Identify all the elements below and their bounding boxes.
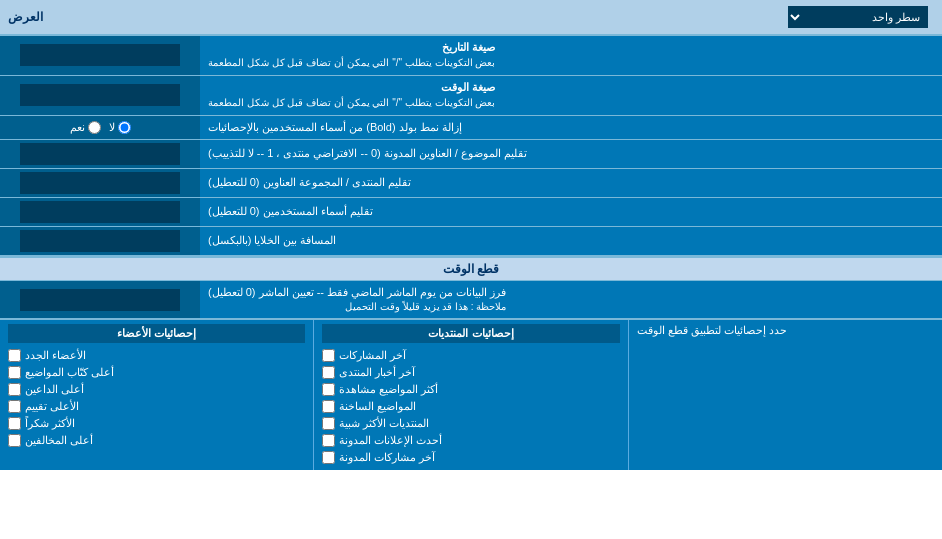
cb-top-rated: الأعلى تقييم [8, 398, 305, 415]
cb-top-posters-input[interactable] [8, 366, 21, 379]
cb-last-posts: آخر المشاركات [322, 347, 619, 364]
cb-top-inviters-input[interactable] [8, 383, 21, 396]
date-format-input[interactable]: d-m [20, 44, 180, 66]
time-format-input-cell: H:i [0, 76, 200, 115]
cb-most-viewed: أكثر المواضيع مشاهدة [322, 381, 619, 398]
display-mode-label: العرض [8, 10, 43, 24]
cell-spacing-label: المسافة بين الخلايا (بالبكسل) [200, 227, 942, 255]
bold-remove-label: إزالة نمط بولد (Bold) من أسماء المستخدمي… [200, 116, 942, 139]
forum-trim-input-cell: 33 [0, 169, 200, 197]
user-trim-input-cell: 0 [0, 198, 200, 226]
cb-forum-news-input[interactable] [322, 366, 335, 379]
bold-remove-row: إزالة نمط بولد (Bold) من أسماء المستخدمي… [0, 116, 942, 140]
time-cutoff-section-header: قطع الوقت [0, 256, 942, 281]
cb-hot-topics: المواضيع الساخنة [322, 398, 619, 415]
cb-most-thanked: الأكثر شكراً [8, 415, 305, 432]
date-format-row: صيغة التاريخ بعض التكوينات يتطلب "/" الت… [0, 36, 942, 76]
topic-order-input-cell: 33 [0, 140, 200, 168]
time-format-row: صيغة الوقت بعض التكوينات يتطلب "/" التي … [0, 76, 942, 116]
date-format-input-cell: d-m [0, 36, 200, 75]
bold-no-option[interactable]: لا [109, 121, 131, 134]
user-trim-row: تقليم أسماء المستخدمين (0 للتعطيل) 0 [0, 198, 942, 227]
member-stats-header: إحصائيات الأعضاء [8, 324, 305, 343]
time-format-label: صيغة الوقت بعض التكوينات يتطلب "/" التي … [200, 76, 942, 115]
checkboxes-area: حدد إحصائيات لتطبيق قطع الوقت إحصائيات ا… [0, 319, 942, 470]
time-cutoff-label: فرز البيانات من يوم الماشر الماضي فقط --… [200, 281, 942, 318]
forum-trim-row: تقليم المنتدى / المجموعة العناوين (0 للت… [0, 169, 942, 198]
cb-top-violators-input[interactable] [8, 434, 21, 447]
cb-new-members-input[interactable] [8, 349, 21, 362]
topic-order-label: تقليم الموضوع / العناوين المدونة (0 -- ا… [200, 140, 942, 168]
user-trim-label: تقليم أسماء المستخدمين (0 للتعطيل) [200, 198, 942, 226]
cb-announcements: أحدث الإعلانات المدونة [322, 432, 619, 449]
cell-spacing-row: المسافة بين الخلايا (بالبكسل) 2 [0, 227, 942, 256]
forum-trim-label: تقليم المنتدى / المجموعة العناوين (0 للت… [200, 169, 942, 197]
member-stats-group: إحصائيات الأعضاء الأعضاء الجدد أعلى كتّا… [0, 320, 313, 470]
cb-blog-posts-input[interactable] [322, 451, 335, 464]
time-cutoff-input[interactable]: 0 [20, 289, 180, 311]
time-cutoff-input-cell: 0 [0, 281, 200, 318]
cb-last-posts-input[interactable] [322, 349, 335, 362]
cell-spacing-input[interactable]: 2 [20, 230, 180, 252]
topic-order-input[interactable]: 33 [20, 143, 180, 165]
bold-yes-option[interactable]: نعم [70, 121, 101, 134]
cb-top-inviters: أعلى الداعين [8, 381, 305, 398]
cb-most-thanked-input[interactable] [8, 417, 21, 430]
cell-spacing-input-cell: 2 [0, 227, 200, 255]
forum-stats-header: إحصائيات المنتديات [322, 324, 619, 343]
cb-top-violators: أعلى المخالفين [8, 432, 305, 449]
stats-limit-label: حدد إحصائيات لتطبيق قطع الوقت [628, 320, 942, 470]
date-format-label: صيغة التاريخ بعض التكوينات يتطلب "/" الت… [200, 36, 942, 75]
cb-top-posters: أعلى كتّاب المواضيع [8, 364, 305, 381]
forum-stats-group: إحصائيات المنتديات آخر المشاركات آخر أخب… [313, 320, 627, 470]
time-format-input[interactable]: H:i [20, 84, 180, 106]
cb-blog-posts: آخر مشاركات المدونة [322, 449, 619, 466]
time-cutoff-row: فرز البيانات من يوم الماشر الماضي فقط --… [0, 281, 942, 319]
cb-most-viewed-input[interactable] [322, 383, 335, 396]
forum-trim-input[interactable]: 33 [20, 172, 180, 194]
topic-order-row: تقليم الموضوع / العناوين المدونة (0 -- ا… [0, 140, 942, 169]
user-trim-input[interactable]: 0 [20, 201, 180, 223]
cb-top-rated-input[interactable] [8, 400, 21, 413]
cb-new-members: الأعضاء الجدد [8, 347, 305, 364]
display-mode-select[interactable]: سطر واحد [788, 6, 928, 28]
cb-top-forums-input[interactable] [322, 417, 335, 430]
cb-top-forums: المنتديات الأكثر شبية [322, 415, 619, 432]
cb-hot-topics-input[interactable] [322, 400, 335, 413]
cb-announcements-input[interactable] [322, 434, 335, 447]
bold-remove-options: لا نعم [0, 116, 200, 139]
cb-forum-news: آخر أخبار المنتدى [322, 364, 619, 381]
